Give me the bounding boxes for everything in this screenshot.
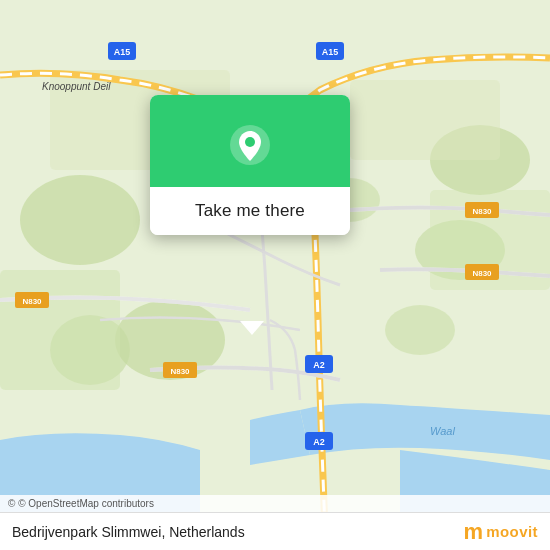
- svg-text:A2: A2: [313, 437, 325, 447]
- location-pin-icon: [228, 123, 272, 167]
- svg-text:N830: N830: [22, 297, 42, 306]
- moovit-wordmark: moovit: [486, 523, 538, 540]
- svg-point-6: [385, 305, 455, 355]
- attribution-text: © OpenStreetMap contributors: [18, 498, 154, 509]
- svg-point-32: [245, 137, 255, 147]
- popup-card-top: [150, 95, 350, 187]
- svg-rect-10: [350, 80, 500, 160]
- popup-card-bottom[interactable]: Take me there: [150, 187, 350, 235]
- popup-card: Take me there: [150, 95, 350, 235]
- take-me-there-button[interactable]: Take me there: [195, 201, 305, 221]
- svg-point-1: [20, 175, 140, 265]
- svg-rect-11: [0, 270, 120, 390]
- copyright-symbol: ©: [8, 498, 15, 509]
- bottom-bar: Bedrijvenpark Slimmwei, Netherlands m mo…: [0, 512, 550, 550]
- moovit-logo: m moovit: [464, 521, 538, 543]
- svg-text:Knooppunt Deil: Knooppunt Deil: [42, 81, 111, 92]
- svg-text:A15: A15: [322, 47, 339, 57]
- map-background: A15 A15 N830 N830 N830 N830 A2 A2 Knoopp…: [0, 0, 550, 550]
- svg-text:N830: N830: [472, 269, 492, 278]
- svg-text:N830: N830: [170, 367, 190, 376]
- location-name: Bedrijvenpark Slimmwei, Netherlands: [12, 524, 245, 540]
- moovit-m-letter: m: [464, 521, 484, 543]
- map-container: A15 A15 N830 N830 N830 N830 A2 A2 Knoopp…: [0, 0, 550, 550]
- attribution-bar: © © OpenStreetMap contributors: [0, 495, 550, 512]
- popup-pointer: [240, 321, 264, 335]
- svg-text:A15: A15: [114, 47, 131, 57]
- svg-text:N830: N830: [472, 207, 492, 216]
- svg-text:A2: A2: [313, 360, 325, 370]
- svg-text:Waal: Waal: [430, 425, 455, 437]
